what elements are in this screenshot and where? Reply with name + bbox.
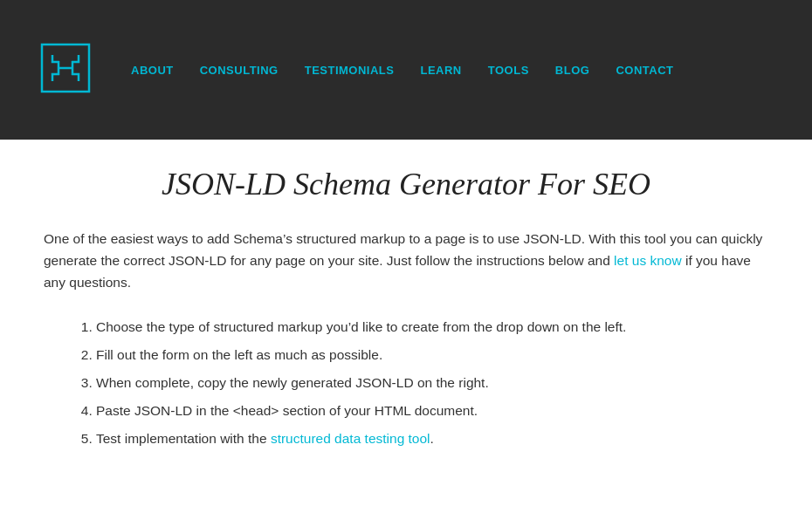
instructions-list: Choose the type of structured markup you…: [44, 315, 768, 450]
instruction-1: Choose the type of structured markup you…: [96, 319, 626, 334]
nav-testimonials[interactable]: TESTIMONIALS: [305, 64, 395, 77]
list-item: Fill out the form on the left as much as…: [96, 343, 768, 367]
list-item: Choose the type of structured markup you…: [96, 315, 768, 339]
instruction-3: When complete, copy the newly generated …: [96, 375, 489, 390]
intro-paragraph: One of the easiest ways to add Schema’s …: [44, 229, 768, 293]
main-content: JSON-LD Schema Generator For SEO One of …: [0, 140, 812, 489]
page-title: JSON-LD Schema Generator For SEO: [44, 166, 768, 202]
instruction-5-prefix: Test implementation with the: [96, 431, 267, 446]
nav-about[interactable]: ABOUT: [131, 64, 174, 77]
logo[interactable]: [35, 38, 96, 102]
instruction-2: Fill out the form on the left as much as…: [96, 347, 382, 362]
nav-contact[interactable]: CONTACT: [616, 64, 673, 77]
list-item: Test implementation with the structured …: [96, 427, 768, 451]
let-us-know-link[interactable]: let us know: [614, 253, 682, 268]
instruction-5-suffix: .: [430, 431, 434, 446]
nav-learn[interactable]: LEARN: [420, 64, 461, 77]
structured-data-testing-link[interactable]: structured data testing tool: [271, 431, 430, 446]
site-header: ABOUT CONSULTING TESTIMONIALS LEARN TOOL…: [0, 0, 812, 140]
main-nav: ABOUT CONSULTING TESTIMONIALS LEARN TOOL…: [131, 64, 673, 77]
list-item: When complete, copy the newly generated …: [96, 371, 768, 395]
instruction-4: Paste JSON-LD in the <head> section of y…: [96, 403, 478, 418]
nav-tools[interactable]: TOOLS: [488, 64, 529, 77]
nav-blog[interactable]: BLOG: [555, 64, 590, 77]
nav-consulting[interactable]: CONSULTING: [200, 64, 279, 77]
list-item: Paste JSON-LD in the <head> section of y…: [96, 399, 768, 423]
